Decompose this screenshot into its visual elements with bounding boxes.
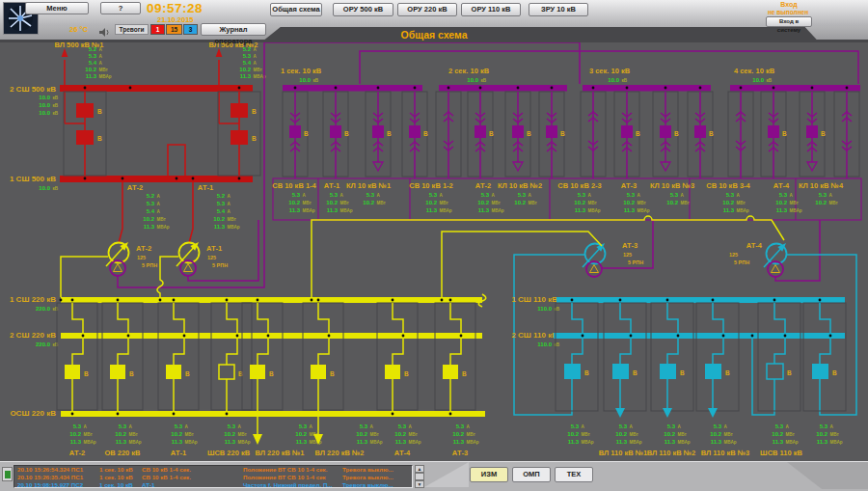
breaker-letter: В <box>252 135 257 142</box>
tab-zru-10[interactable]: ЗРУ 10 кВ <box>529 3 588 16</box>
teh-button[interactable]: ТЕХ <box>555 467 593 482</box>
svg-text:АТ-3: АТ-3 <box>621 181 637 190</box>
svg-text:ВЛ 220 кВ №1: ВЛ 220 кВ №1 <box>256 449 305 457</box>
svg-text:АТ-4: АТ-4 <box>773 181 790 190</box>
breaker-letter: В <box>709 130 714 137</box>
breaker-220[interactable] <box>110 365 125 379</box>
svg-text:КЛ 10 кВ №4: КЛ 10 кВ №4 <box>799 181 844 190</box>
breaker-letter: В <box>330 370 335 377</box>
svg-text:2 СШ 220 кВ: 2 СШ 220 кВ <box>10 331 56 340</box>
scroll-thumb[interactable] <box>415 473 424 480</box>
breaker-220[interactable] <box>65 365 80 379</box>
svg-text:ВЛ 110 кВ №2: ВЛ 110 кВ №2 <box>647 449 696 457</box>
omp-button[interactable]: ОМП <box>512 467 551 482</box>
breaker-220[interactable] <box>385 365 400 379</box>
breaker-letter: В <box>387 130 392 137</box>
single-line-diagram: ВЛ 500 кВ №1 ВЛ 500 кВ №2 5.2А5.3А5.4А10… <box>0 0 868 491</box>
svg-text:1 СШ 220 кВ: 1 СШ 220 кВ <box>10 295 56 304</box>
breaker-10kv[interactable] <box>694 125 706 138</box>
svg-text:1 сек. 10 кВ: 1 сек. 10 кВ <box>281 67 322 75</box>
bus-110-2 <box>554 333 845 339</box>
svg-text:10.0кВ: 10.0кВ <box>608 77 627 83</box>
breaker-110[interactable] <box>812 364 828 379</box>
menu-button[interactable]: Меню <box>25 2 89 14</box>
breaker-500[interactable] <box>231 130 248 145</box>
log-row[interactable]: 20.10 15:08:15.927 ПС21 сек. 10 кВАТ-1Ча… <box>14 481 413 488</box>
breaker-letter: В <box>636 130 640 137</box>
svg-text:ВЛ 220 кВ №2: ВЛ 220 кВ №2 <box>315 449 365 457</box>
breaker-10kv[interactable] <box>621 125 633 138</box>
svg-text:125: 125 <box>729 252 738 258</box>
login-button[interactable]: Вход в систему <box>766 16 812 27</box>
breaker-110[interactable] <box>564 364 581 379</box>
breaker-220[interactable] <box>250 365 265 379</box>
svg-text:СВ 10 кВ 1-4: СВ 10 кВ 1-4 <box>272 181 316 190</box>
breaker-letter: В <box>252 108 257 115</box>
breaker-letter: В <box>674 130 679 137</box>
scroll-down-icon[interactable]: ▼ <box>415 480 424 488</box>
breaker-10kv[interactable] <box>372 125 384 138</box>
bus-label: 1 СШ 500 кВ <box>10 175 56 183</box>
breaker-letter: В <box>404 370 409 377</box>
svg-text:ОСШ 220 кВ: ОСШ 220 кВ <box>10 409 56 418</box>
izm-button[interactable]: ИЗМ <box>470 467 508 482</box>
svg-text:10.0кВ: 10.0кВ <box>467 77 486 83</box>
svg-text:110.0кВ: 110.0кВ <box>537 306 559 312</box>
breaker-500[interactable] <box>231 103 248 118</box>
breaker-10kv[interactable] <box>768 125 779 138</box>
breaker-10kv[interactable] <box>806 125 818 138</box>
breaker-letter: В <box>725 369 730 376</box>
svg-text:КЛ 10 кВ №3: КЛ 10 кВ №3 <box>650 181 694 190</box>
breaker-letter: В <box>462 370 467 377</box>
svg-text:5 РПН: 5 РПН <box>142 262 157 268</box>
breaker-110[interactable] <box>660 364 676 379</box>
breaker-220[interactable] <box>443 365 458 379</box>
svg-text:5 РПН: 5 РПН <box>212 262 228 268</box>
svg-text:АТ-3: АТ-3 <box>622 241 637 250</box>
svg-text:АТ-4: АТ-4 <box>746 241 763 250</box>
tab-overview[interactable]: Общая схема <box>270 3 322 16</box>
alarm-log: 20.10 15:26:54.324 ПС11 сек. 10 кВСВ 10 … <box>14 465 413 488</box>
breaker-10kv[interactable] <box>475 125 486 138</box>
page-title: Общая схема <box>0 29 868 41</box>
scroll-up-icon[interactable]: ▲ <box>415 465 424 473</box>
breaker-10kv[interactable] <box>289 125 301 138</box>
svg-text:1 СШ 110 кВ: 1 СШ 110 кВ <box>511 295 557 304</box>
svg-text:СВ 10 кВ 2-3: СВ 10 кВ 2-3 <box>557 181 601 190</box>
svg-text:АТ-1: АТ-1 <box>171 449 186 457</box>
breaker-110[interactable] <box>705 364 721 379</box>
breaker-500[interactable] <box>76 130 94 145</box>
tab-oru-500[interactable]: ОРУ 500 кВ <box>333 3 393 16</box>
breaker-10kv[interactable] <box>546 125 557 138</box>
log-row[interactable]: 20.10 15:26:54.324 ПС11 сек. 10 кВСВ 10 … <box>14 466 413 474</box>
breaker-220[interactable] <box>166 365 181 379</box>
svg-text:125: 125 <box>623 252 632 258</box>
breaker-letter: В <box>821 130 826 137</box>
breaker-10kv[interactable] <box>512 125 524 138</box>
help-button[interactable]: ? <box>100 2 141 14</box>
bus-10-sec4 <box>730 85 860 92</box>
breaker-10kv[interactable] <box>660 125 671 138</box>
log-scrollbar[interactable]: ▲ ▼ <box>415 465 424 488</box>
breaker-letter: В <box>527 130 531 137</box>
bus-label: 2 СШ 500 кВ <box>10 85 56 94</box>
login-status-line2: не выполнен <box>758 9 818 15</box>
bus-220-2 <box>61 333 482 339</box>
tab-oru-220[interactable]: ОРУ 220 кВ <box>397 3 457 16</box>
svg-text:125: 125 <box>137 255 146 260</box>
breaker-110[interactable] <box>612 364 629 379</box>
tab-oru-110[interactable]: ОРУ 110 кВ <box>461 3 521 16</box>
svg-text:СВ 10 кВ 1-2: СВ 10 кВ 1-2 <box>409 181 452 190</box>
breaker-220[interactable] <box>311 365 326 379</box>
breaker-letter: В <box>787 369 792 376</box>
svg-text:АТ-2: АТ-2 <box>136 244 151 253</box>
svg-text:10.0кВ: 10.0кВ <box>752 77 772 83</box>
log-row[interactable]: 20.10 15:26:35.434 ПС11 сек. 10 кВСВ 10 … <box>14 474 413 481</box>
breaker-10kv[interactable] <box>330 125 341 138</box>
at1-500-label: АТ-1 <box>198 183 213 192</box>
breaker-10kv[interactable] <box>409 125 420 138</box>
breaker-letter: В <box>680 369 685 376</box>
breaker-500[interactable] <box>76 103 94 118</box>
header: Меню ? 09:57:28 21.10.2015 26 °C Тревоги… <box>0 0 868 42</box>
log-icon[interactable] <box>2 467 13 481</box>
